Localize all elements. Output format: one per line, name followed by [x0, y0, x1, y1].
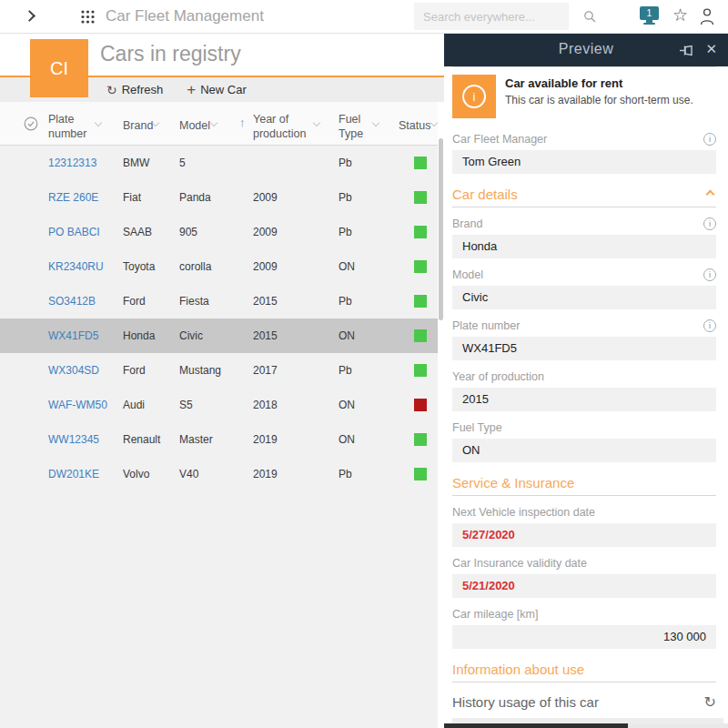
table-row[interactable]: 12312313 BMW 5 Pb	[0, 146, 438, 180]
brand-cell: Honda	[123, 318, 155, 353]
select-all-icon[interactable]	[24, 116, 38, 131]
plate-link[interactable]: PO BABCI	[48, 215, 100, 249]
collapse-chevron-icon[interactable]	[706, 190, 715, 199]
section-heading: Information about use	[452, 662, 584, 677]
fuel-cell: ON	[339, 422, 355, 457]
search-box[interactable]	[414, 3, 569, 30]
field-info-icon[interactable]: i	[703, 319, 716, 332]
expand-menu-icon[interactable]	[24, 10, 35, 22]
plate-link[interactable]: DW201KE	[48, 457, 99, 491]
scrollbar-thumb[interactable]	[439, 138, 443, 320]
field-value[interactable]: Tom Green	[452, 150, 716, 174]
history-refresh-icon[interactable]: ↻	[704, 693, 716, 711]
field-info-icon[interactable]: i	[703, 217, 716, 230]
plate-link[interactable]: WX41FD5	[48, 318, 98, 353]
toolbar: ↻ Refresh + New Car	[106, 77, 247, 102]
banner-text: Car available for rent This car is avail…	[505, 75, 693, 118]
app-grid-icon[interactable]	[80, 9, 96, 28]
banner-description: This car is available for short-term use…	[505, 94, 693, 106]
field-label: Brand	[452, 217, 482, 230]
status-indicator	[414, 295, 427, 308]
brand-cell: BMW	[123, 146, 149, 180]
brand-cell: Volvo	[123, 457, 149, 491]
history-header-row: History usage of this car ↻	[452, 693, 716, 711]
table-row[interactable]: WX304SD Ford Mustang 2017 Pb	[0, 353, 438, 388]
table-row[interactable]: PO BABCI SAAB 905 2009 Pb	[0, 215, 438, 249]
table-row[interactable]: WAF-WM50 Audi S5 2018 ON	[0, 388, 438, 422]
year-cell: 2017	[253, 353, 278, 388]
field-value[interactable]: Honda	[452, 235, 716, 258]
plate-link[interactable]: KR2340RU	[48, 249, 104, 284]
table-scrollbar[interactable]	[438, 102, 444, 728]
form-field: Next Vehicle inspection date i 5/27/2020	[452, 506, 716, 547]
table-row[interactable]: RZE 260E Fiat Panda 2009 Pb	[0, 180, 438, 215]
field-value[interactable]: 130 000	[452, 625, 716, 649]
plate-link[interactable]: WW12345	[48, 422, 99, 457]
field-info-icon[interactable]: i	[703, 133, 716, 146]
field-value[interactable]: Civic	[452, 286, 716, 309]
column-header-model[interactable]: Model	[179, 118, 210, 133]
field-label: Next Vehicle inspection date	[452, 506, 595, 519]
user-profile-icon[interactable]	[699, 7, 715, 25]
preview-panel: Preview ✕ i Car available for rent This …	[444, 34, 728, 728]
table-row[interactable]: WX41FD5 Honda Civic 2015 ON	[0, 318, 438, 353]
field-value[interactable]: WX41FD5	[452, 337, 716, 360]
preview-horizontal-scrollbar[interactable]	[444, 723, 728, 728]
refresh-button[interactable]: ↻ Refresh	[106, 83, 163, 97]
fuel-cell: Pb	[339, 284, 352, 318]
notifications-icon[interactable]: 1	[640, 6, 659, 25]
fuel-cell: Pb	[339, 180, 352, 215]
filter-chevron-icon[interactable]	[430, 119, 438, 126]
column-header-fuel[interactable]: Fuel Type	[339, 112, 373, 142]
brand-cell: Fiat	[123, 180, 141, 215]
section-information-about-use: Information about use	[452, 662, 716, 682]
search-input[interactable]	[414, 10, 583, 24]
model-cell: Master	[179, 422, 213, 457]
status-indicator	[414, 399, 427, 411]
app-title: Car Fleet Management	[106, 7, 264, 25]
plate-link[interactable]: 12312313	[48, 146, 96, 180]
table-row[interactable]: DW201KE Volvo V40 2019 Pb	[0, 457, 438, 491]
pin-icon[interactable]	[679, 44, 695, 57]
preview-scrollbar-thumb[interactable]	[444, 723, 628, 728]
status-indicator	[414, 364, 427, 377]
sort-ascending-icon[interactable]: ↑	[239, 116, 246, 129]
field-label: Year of production	[452, 370, 544, 383]
favorites-star-icon[interactable]: ☆	[672, 5, 688, 25]
table-row[interactable]: SO3412B Ford Fiesta 2015 Pb	[0, 284, 438, 318]
brand-cell: SAAB	[123, 215, 152, 249]
status-indicator	[414, 468, 427, 480]
new-car-label: New Car	[200, 83, 247, 96]
column-header-plate[interactable]: Plate number	[48, 112, 99, 142]
plate-link[interactable]: WX304SD	[48, 353, 99, 388]
column-header-brand[interactable]: Brand	[123, 118, 153, 133]
plate-link[interactable]: SO3412B	[48, 284, 96, 318]
close-icon[interactable]: ✕	[705, 41, 717, 57]
new-car-button[interactable]: + New Car	[187, 81, 247, 99]
search-icon[interactable]	[583, 10, 597, 24]
plate-link[interactable]: RZE 260E	[48, 180, 98, 215]
plate-link[interactable]: WAF-WM50	[48, 388, 107, 422]
filter-chevron-icon[interactable]	[210, 119, 217, 126]
filter-chevron-icon[interactable]	[372, 119, 379, 126]
table-row[interactable]: KR2340RU Toyota corolla 2009 ON	[0, 249, 438, 284]
field-value[interactable]: 2015	[452, 388, 716, 411]
cars-table-body: 12312313 BMW 5 Pb RZE 260E Fiat Panda 20…	[0, 146, 438, 491]
preview-header: Preview ✕	[444, 34, 728, 66]
status-indicator	[414, 329, 427, 342]
table-row[interactable]: WW12345 Renault Master 2019 ON	[0, 422, 438, 457]
field-value[interactable]: 5/27/2020	[452, 523, 716, 547]
model-cell: corolla	[179, 249, 211, 284]
column-header-status[interactable]: Status	[399, 118, 430, 133]
section-service-insurance: Service & Insurance	[452, 475, 716, 496]
field-value[interactable]: 5/21/2020	[452, 574, 716, 598]
year-cell: 2018	[253, 388, 278, 422]
field-value[interactable]: ON	[452, 439, 716, 462]
field-info-icon[interactable]: i	[703, 268, 716, 281]
form-field: Year of production i 2015	[452, 370, 716, 411]
fuel-cell: Pb	[339, 215, 352, 249]
status-indicator	[414, 226, 427, 238]
form-field: Plate number i WX41FD5	[452, 319, 716, 360]
status-indicator	[414, 260, 427, 273]
form-field: Fuel Type i ON	[452, 421, 716, 462]
